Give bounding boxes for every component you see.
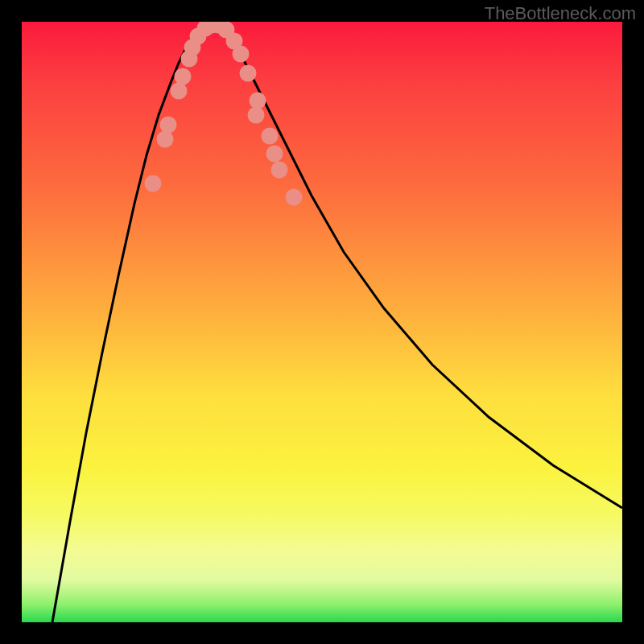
watermark-text: TheBottleneck.com (485, 3, 636, 24)
marker-dot (157, 131, 174, 148)
chart-frame: TheBottleneck.com (0, 0, 644, 644)
curve-left-branch (52, 23, 211, 622)
marker-dot (171, 83, 188, 100)
chart-svg (22, 22, 622, 622)
marker-dot (233, 46, 250, 63)
marker-dot (271, 162, 288, 179)
marker-dot (240, 65, 257, 82)
marker-group (145, 22, 303, 206)
marker-dot (250, 93, 266, 109)
marker-dot (145, 175, 162, 192)
chart-plot-area (22, 22, 622, 622)
marker-dot (262, 128, 279, 145)
marker-dot (266, 146, 283, 163)
marker-dot (175, 68, 192, 85)
curve-right-branch (211, 23, 622, 508)
marker-dot (286, 189, 303, 206)
marker-dot (160, 117, 177, 134)
marker-dot (248, 107, 265, 124)
